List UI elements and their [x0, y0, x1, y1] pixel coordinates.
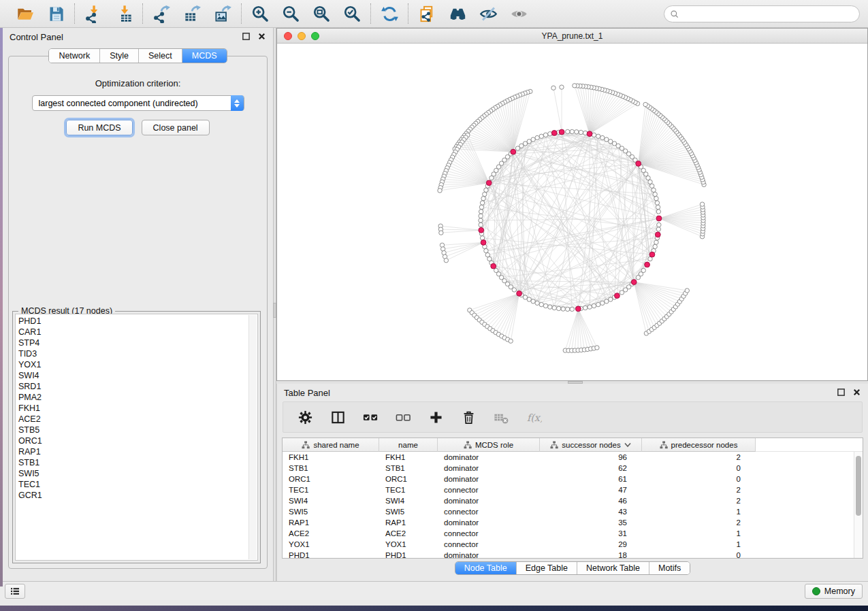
clone-network-button[interactable]: [417, 4, 436, 23]
mcds-result-item[interactable]: PMA2: [18, 392, 248, 403]
mcds-result-item[interactable]: TID3: [18, 348, 248, 359]
table-cell: SWI4: [283, 495, 379, 506]
tab-motifs[interactable]: Motifs: [649, 562, 690, 574]
table-cell: 0: [642, 550, 756, 559]
table-scrollbar[interactable]: [854, 452, 863, 558]
optimization-criterion-value: largest connected component (undirected): [39, 99, 198, 108]
table-row[interactable]: TEC1TEC1connector472: [283, 484, 863, 495]
table-cell: 18: [540, 550, 642, 559]
mcds-result-item[interactable]: SWI5: [18, 468, 248, 479]
table-row[interactable]: ORC1ORC1dominator610: [283, 474, 863, 484]
column-header-predecessor-nodes[interactable]: predecessor nodes: [642, 438, 756, 452]
window-controls: [284, 32, 319, 40]
select-stepper-icon: [231, 95, 244, 111]
show-columns-button[interactable]: [328, 408, 347, 427]
mcds-result-item[interactable]: SRD1: [18, 381, 248, 392]
mcds-result-item[interactable]: ACE2: [18, 414, 248, 425]
export-network-button[interactable]: [152, 4, 171, 23]
table-row[interactable]: SWI5SWI5connector431: [283, 506, 863, 517]
mcds-result-item[interactable]: FKH1: [18, 403, 248, 414]
column-header-successor-nodes[interactable]: successor nodes: [540, 438, 642, 452]
zoom-out-button[interactable]: [281, 4, 300, 23]
maximize-window-icon[interactable]: [311, 32, 319, 40]
tab-select[interactable]: Select: [138, 49, 182, 63]
search-input[interactable]: [679, 10, 859, 19]
table-cell-filler: [756, 517, 863, 528]
node-table[interactable]: shared namenameMCDS rolesuccessor nodesp…: [282, 437, 863, 559]
close-window-icon[interactable]: [284, 32, 292, 40]
mcds-result-item[interactable]: GCR1: [18, 490, 248, 501]
tab-network-table[interactable]: Network Table: [577, 562, 649, 574]
column-header-filler: [756, 438, 863, 452]
table-row[interactable]: YOX1YOX1connector291: [283, 539, 863, 550]
minimize-window-icon[interactable]: [298, 32, 306, 40]
search-box[interactable]: [664, 5, 860, 22]
hide-selected-button[interactable]: [479, 4, 498, 23]
import-network-button[interactable]: [84, 4, 103, 23]
network-window-titlebar[interactable]: YPA_prune.txt_1: [277, 29, 867, 44]
column-header-mcds-role[interactable]: MCDS role: [438, 438, 540, 452]
column-header-shared-name[interactable]: shared name: [283, 438, 379, 452]
zoom-fit-button[interactable]: [312, 4, 331, 23]
table-row[interactable]: RAP1RAP1dominator352: [283, 517, 863, 528]
float-panel-icon[interactable]: [242, 32, 251, 41]
table-cell: 43: [540, 506, 642, 517]
mcds-result-item[interactable]: ORC1: [18, 435, 248, 446]
table-cell: dominator: [438, 474, 540, 484]
close-panel-button[interactable]: Close panel: [142, 120, 210, 135]
delete-column-button[interactable]: [459, 408, 478, 427]
first-neighbors-button[interactable]: [448, 4, 467, 23]
mcds-result-item[interactable]: CAR1: [18, 327, 248, 337]
tab-mcds[interactable]: MCDS: [182, 49, 227, 63]
open-file-button[interactable]: [16, 4, 35, 23]
table-cell: 96: [540, 452, 642, 463]
table-row[interactable]: SWI4SWI4dominator462: [283, 495, 863, 506]
network-canvas[interactable]: [277, 44, 867, 380]
mcds-result-scrollbar[interactable]: [248, 315, 257, 559]
create-column-button[interactable]: [426, 408, 445, 427]
mcds-result-item[interactable]: STB5: [18, 425, 248, 435]
task-history-button[interactable]: [5, 584, 25, 599]
zoom-in-button[interactable]: [251, 4, 270, 23]
mcds-result-item[interactable]: YOX1: [18, 359, 248, 370]
app-window: Control Panel NetworkStyleSelectMCDS Opt…: [0, 0, 868, 606]
optimization-criterion-select[interactable]: largest connected component (undirected): [32, 95, 244, 111]
refresh-button[interactable]: [380, 4, 399, 23]
close-table-panel-icon[interactable]: [852, 388, 861, 397]
unselect-all-columns-button[interactable]: [393, 408, 413, 427]
mcds-result-item[interactable]: STP4: [18, 337, 248, 348]
table-row[interactable]: FKH1FKH1dominator962: [283, 452, 863, 463]
tab-node-table[interactable]: Node Table: [455, 562, 516, 574]
mcds-result-item[interactable]: STB1: [18, 457, 248, 468]
memory-button[interactable]: Memory: [805, 584, 863, 599]
zoom-selected-button[interactable]: [342, 4, 361, 23]
import-table-button[interactable]: [114, 4, 133, 23]
tab-edge-table[interactable]: Edge Table: [516, 562, 577, 574]
run-mcds-button[interactable]: Run MCDS: [66, 120, 132, 135]
export-image-button[interactable]: [213, 4, 232, 23]
select-all-columns-button[interactable]: [361, 408, 380, 427]
close-panel-icon[interactable]: [257, 32, 266, 41]
table-row[interactable]: ACE2ACE2connector311: [283, 528, 863, 539]
column-header-name[interactable]: name: [379, 438, 438, 452]
table-scrollbar-thumb[interactable]: [856, 456, 861, 516]
memory-status-icon: [812, 587, 820, 595]
table-cell: 46: [540, 495, 642, 506]
table-cell: 2: [642, 452, 756, 463]
table-row[interactable]: STB1STB1dominator620: [283, 463, 863, 474]
mcds-result-item[interactable]: PHD1: [18, 316, 248, 327]
tab-network[interactable]: Network: [49, 49, 99, 63]
tab-style[interactable]: Style: [99, 49, 138, 63]
export-table-icon: [183, 5, 202, 23]
mcds-result-item[interactable]: RAP1: [18, 446, 248, 457]
mcds-result-list[interactable]: PHD1CAR1STP4TID3YOX1SWI4SRD1PMA2FKH1ACE2…: [15, 314, 258, 561]
float-table-panel-icon[interactable]: [837, 388, 846, 397]
table-cell: ORC1: [379, 474, 438, 484]
export-table-button[interactable]: [182, 4, 202, 23]
table-settings-button[interactable]: [295, 408, 315, 427]
table-row[interactable]: PHD1PHD1dominator180: [283, 550, 863, 559]
save-session-button[interactable]: [46, 4, 65, 23]
mcds-result-item[interactable]: SWI4: [18, 370, 248, 381]
table-cell: dominator: [438, 495, 540, 506]
mcds-result-item[interactable]: TEC1: [18, 479, 248, 490]
